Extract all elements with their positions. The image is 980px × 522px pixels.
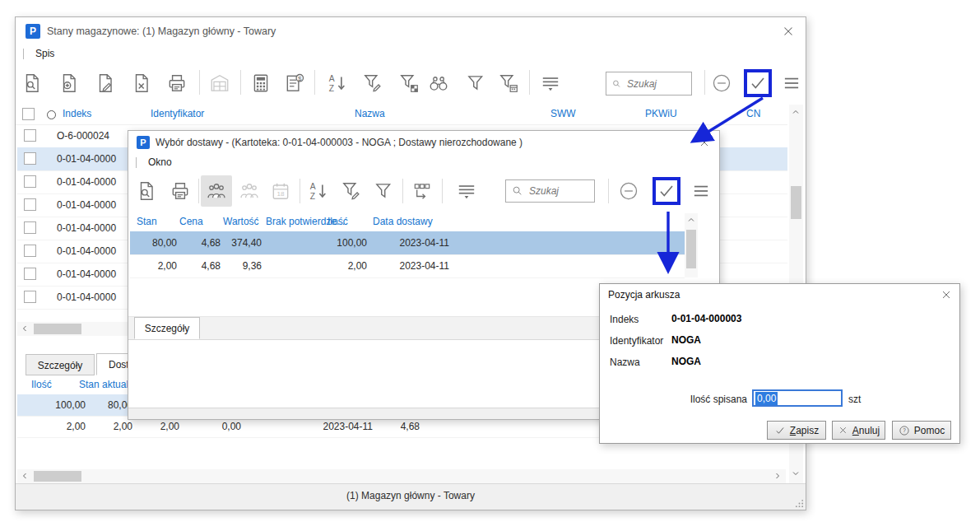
close-icon[interactable]: [781, 24, 796, 39]
row-checkbox[interactable]: [24, 198, 36, 211]
sort-az-icon[interactable]: [308, 180, 329, 202]
col-cn[interactable]: CN: [746, 108, 760, 119]
tab-szczegoly[interactable]: Szczegóły: [134, 317, 200, 339]
collapse-rows-icon[interactable]: [456, 180, 477, 202]
hscroll-thumb[interactable]: [34, 471, 81, 482]
column-layout-icon[interactable]: [411, 180, 433, 202]
col-ilosc[interactable]: Ilość: [327, 216, 348, 227]
subtable-hscrollbar[interactable]: [17, 469, 786, 483]
filter-date-icon[interactable]: [498, 72, 519, 94]
delivery-row[interactable]: 2,00 4,68 9,36 2,00 2023-04-11: [130, 254, 685, 278]
delete-document-icon[interactable]: [131, 72, 152, 94]
field-value: 0-01-04-000003: [671, 313, 741, 324]
search-box[interactable]: [606, 72, 692, 96]
view-document-icon[interactable]: [21, 72, 43, 94]
add-document-icon[interactable]: [58, 72, 80, 94]
row-checkbox[interactable]: [24, 221, 36, 234]
quantity-label: Ilość spisana: [649, 394, 747, 405]
filter-selection-icon[interactable]: [398, 72, 420, 94]
resize-grip[interactable]: [795, 499, 804, 508]
toolbar-separator: [529, 70, 530, 95]
menu-bar: Spis: [16, 45, 806, 63]
group-deliveries-icon[interactable]: [201, 175, 232, 207]
help-button[interactable]: Pomoc: [892, 421, 951, 440]
collapse-rows-icon[interactable]: [540, 72, 561, 94]
group-deliveries-alt-icon: [239, 180, 260, 202]
menu-spis[interactable]: Spis: [35, 48, 54, 59]
vscroll-thumb[interactable]: [686, 230, 696, 268]
calculator-icon[interactable]: [250, 72, 272, 94]
toolbar-separator: [240, 70, 241, 95]
row-checkbox[interactable]: [24, 129, 36, 142]
edit-filter-icon[interactable]: [341, 180, 362, 202]
edit-document-icon[interactable]: [95, 72, 116, 94]
price-document-icon[interactable]: [284, 72, 305, 94]
col-sww[interactable]: SWW: [550, 108, 576, 119]
toolbar-separator: [198, 179, 199, 203]
delivery-row[interactable]: 80,00 4,68 374,40 100,00 2023-04-11: [130, 231, 685, 255]
sheet-item-dialog: Pozycja arkusza Indeks 0-01-04-000003 Id…: [599, 283, 960, 444]
save-button[interactable]: Zapisz: [767, 421, 826, 440]
toolbar-separator: [442, 179, 443, 203]
hscroll-thumb[interactable]: [34, 324, 81, 334]
view-document-icon[interactable]: [136, 180, 157, 202]
sort-az-icon[interactable]: [327, 72, 348, 94]
status-text: (1) Magazyn główny - Towary: [346, 490, 475, 501]
vscroll-thumb[interactable]: [791, 186, 801, 219]
col-pkwiu[interactable]: PKWiU: [645, 108, 677, 119]
print-icon[interactable]: [166, 72, 188, 94]
deselect-icon[interactable]: [618, 180, 639, 202]
field-value: NOGA: [671, 334, 701, 346]
row-checkbox[interactable]: [24, 152, 36, 165]
tab-szczegoly[interactable]: Szczegóły: [26, 354, 95, 375]
col-ilosc[interactable]: Ilość: [31, 379, 52, 390]
status-bar: (1) Magazyn główny - Towary: [16, 483, 806, 510]
find-icon[interactable]: [428, 72, 449, 94]
col-identyfikator[interactable]: Identyfikator: [151, 108, 204, 119]
toolbar-separator: [608, 179, 609, 203]
deselect-icon[interactable]: [711, 72, 732, 94]
toolbar-separator: [704, 70, 705, 95]
select-all-checkbox[interactable]: [22, 108, 35, 120]
col-cena[interactable]: Cena: [179, 216, 203, 227]
edit-filter-icon[interactable]: [362, 72, 383, 94]
col-nazwa[interactable]: Nazwa: [355, 108, 385, 119]
row-checkbox[interactable]: [24, 268, 36, 280]
print-icon[interactable]: [170, 180, 191, 202]
stock-grid-header: Indeks Identyfikator Nazwa SWW PKWiU CN: [16, 105, 787, 125]
calendar-icon: [270, 180, 291, 202]
title-bar[interactable]: P Wybór dostawy - (Kartoteka: 0-01-04-00…: [128, 131, 719, 154]
dialog-title: Wybór dostawy - (Kartoteka: 0-01-04-0000…: [156, 137, 523, 148]
col-data-dostawy[interactable]: Data dostawy: [373, 216, 433, 227]
search-input[interactable]: [625, 77, 686, 91]
search-box[interactable]: [505, 179, 595, 203]
quantity-unit: szt: [848, 394, 861, 405]
warehouse-icon: [209, 72, 230, 94]
menu-bar: Okno: [128, 154, 719, 172]
search-input[interactable]: [527, 184, 588, 198]
more-menu-icon[interactable]: [781, 72, 802, 94]
col-wartosc[interactable]: Wartość: [223, 216, 259, 227]
row-checkbox[interactable]: [24, 175, 36, 188]
confirm-selection-icon[interactable]: [657, 181, 676, 201]
more-menu-icon[interactable]: [690, 180, 712, 202]
cancel-button[interactable]: Anuluj: [832, 421, 885, 440]
title-bar[interactable]: P Stany magazynowe: (1) Magazyn główny -…: [16, 17, 806, 45]
filter-icon[interactable]: [373, 180, 394, 202]
toolbar-separator: [314, 70, 315, 95]
status-circle-header-icon[interactable]: [47, 110, 56, 119]
row-checkbox[interactable]: [24, 245, 36, 257]
quantity-input[interactable]: 0,00: [752, 389, 843, 407]
confirm-selection-icon[interactable]: [748, 73, 768, 93]
quantity-value: 0,00: [755, 392, 778, 405]
close-icon[interactable]: [698, 136, 711, 149]
menu-okno[interactable]: Okno: [148, 156, 172, 168]
col-stan[interactable]: Stan: [137, 216, 157, 227]
toolbar-separator: [199, 70, 200, 95]
delivery-grid-vscrollbar[interactable]: [685, 213, 698, 277]
col-indeks[interactable]: Indeks: [63, 108, 91, 119]
filter-icon[interactable]: [465, 72, 486, 94]
row-checkbox[interactable]: [24, 291, 36, 303]
close-icon[interactable]: [940, 288, 953, 301]
dialog-toolbar: [128, 172, 719, 210]
